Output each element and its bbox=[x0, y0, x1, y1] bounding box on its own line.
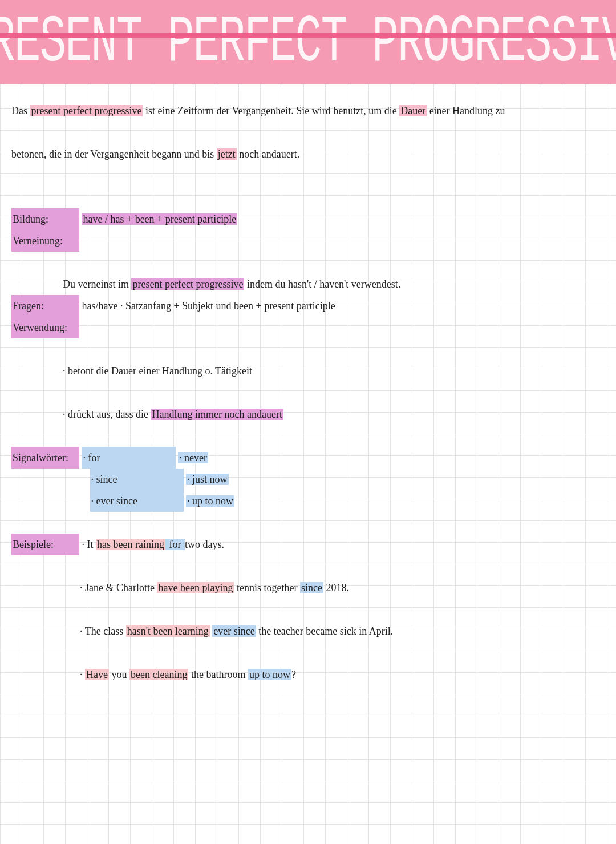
verneinung-text: Du verneinst im present perfect progress… bbox=[11, 273, 605, 295]
verwendung-label-line: Verwendung: bbox=[11, 317, 605, 338]
section-label-verneinung: Verneinung: bbox=[11, 230, 79, 252]
verb-highlight: Have bbox=[85, 669, 109, 680]
page-title: PRESENT PERFECT PROGRESSIVE bbox=[0, 0, 616, 106]
text: you bbox=[109, 669, 129, 680]
fragen-value: has/have · Satzanfang + Subjekt und been… bbox=[82, 300, 335, 312]
text: the teacher became sick in April. bbox=[256, 625, 393, 637]
note-content: Das present perfect progressive ist eine… bbox=[11, 100, 605, 685]
signal-word: · for bbox=[82, 447, 176, 469]
text: ? bbox=[291, 669, 296, 680]
signal-word: · never bbox=[178, 452, 208, 463]
highlight-term: Dauer bbox=[399, 105, 427, 116]
text: einer Handlung zu bbox=[427, 105, 505, 116]
signal-highlight: for bbox=[165, 539, 185, 550]
verb-highlight: been cleaning bbox=[129, 669, 188, 680]
signal-word: · up to now bbox=[186, 495, 234, 507]
header-band: PRESENT PERFECT PROGRESSIVE bbox=[0, 0, 616, 84]
text: two days. bbox=[185, 539, 224, 550]
verb-highlight: hasn't been learning bbox=[126, 625, 210, 637]
highlight-term: jetzt bbox=[217, 148, 237, 160]
section-label-bildung: Bildung: bbox=[11, 208, 79, 230]
fragen-line: Fragen: has/have · Satzanfang + Subjekt … bbox=[11, 295, 605, 317]
beispiel-2: · Jane & Charlotte have been playing ten… bbox=[11, 577, 605, 599]
verwendung-point-1: · betont die Dauer einer Handlung o. Tät… bbox=[11, 360, 605, 382]
bildung-value: have / has + been + present participle bbox=[82, 213, 238, 225]
section-label-verwendung: Verwendung: bbox=[11, 317, 79, 338]
text: · drückt aus, dass die bbox=[63, 409, 151, 420]
text: ist eine Zeitform der Vergangenheit. Sie… bbox=[143, 105, 399, 116]
intro-line-1: Das present perfect progressive ist eine… bbox=[11, 100, 605, 122]
text: the bathroom bbox=[188, 669, 248, 680]
text: betonen, die in der Vergangenheit begann… bbox=[11, 148, 217, 160]
signal-highlight: up to now bbox=[248, 669, 291, 680]
text: 2018. bbox=[323, 582, 349, 593]
signal-word: · ever since bbox=[90, 490, 184, 512]
section-label-signal: Signalwörter: bbox=[11, 447, 79, 469]
intro-line-2: betonen, die in der Vergangenheit begann… bbox=[11, 143, 605, 165]
beispiel-3: · The class hasn't been learning ever si… bbox=[11, 620, 605, 642]
text: tennis together bbox=[234, 582, 299, 593]
text: · The class bbox=[80, 625, 126, 637]
signal-row-1: Signalwörter: · for · never bbox=[11, 447, 605, 469]
verwendung-point-2: · drückt aus, dass die Handlung immer no… bbox=[11, 403, 605, 425]
highlight-term: Handlung immer noch andauert bbox=[151, 409, 283, 420]
text: indem du hasn't / haven't verwendest. bbox=[244, 278, 400, 290]
signal-row-2: · since · just now bbox=[11, 469, 605, 490]
text: Du verneinst im bbox=[63, 278, 131, 290]
signal-word: · since bbox=[90, 469, 184, 490]
verneinung-label-line: Verneinung: bbox=[11, 230, 605, 252]
signal-word: · just now bbox=[186, 474, 229, 485]
beispiel-1: Beispiele: · It has been raining for two… bbox=[11, 534, 605, 555]
verb-highlight: have been playing bbox=[157, 582, 234, 593]
beispiel-4: · Have you been cleaning the bathroom up… bbox=[11, 664, 605, 685]
text: · bbox=[80, 669, 85, 680]
text: · It bbox=[82, 539, 96, 550]
text: noch andauert. bbox=[237, 148, 299, 160]
highlight-term: present perfect progressive bbox=[131, 278, 244, 290]
text: · Jane & Charlotte bbox=[80, 582, 157, 593]
bildung-line: Bildung: have / has + been + present par… bbox=[11, 208, 605, 230]
section-label-beispiele: Beispiele: bbox=[11, 534, 79, 555]
section-label-fragen: Fragen: bbox=[11, 295, 79, 317]
text: Das bbox=[11, 105, 30, 116]
highlight-term: present perfect progressive bbox=[30, 105, 143, 116]
verb-highlight: has been raining bbox=[96, 539, 165, 550]
signal-highlight: ever since bbox=[212, 625, 256, 637]
signal-row-3: · ever since · up to now bbox=[11, 490, 605, 512]
signal-highlight: since bbox=[300, 582, 323, 593]
